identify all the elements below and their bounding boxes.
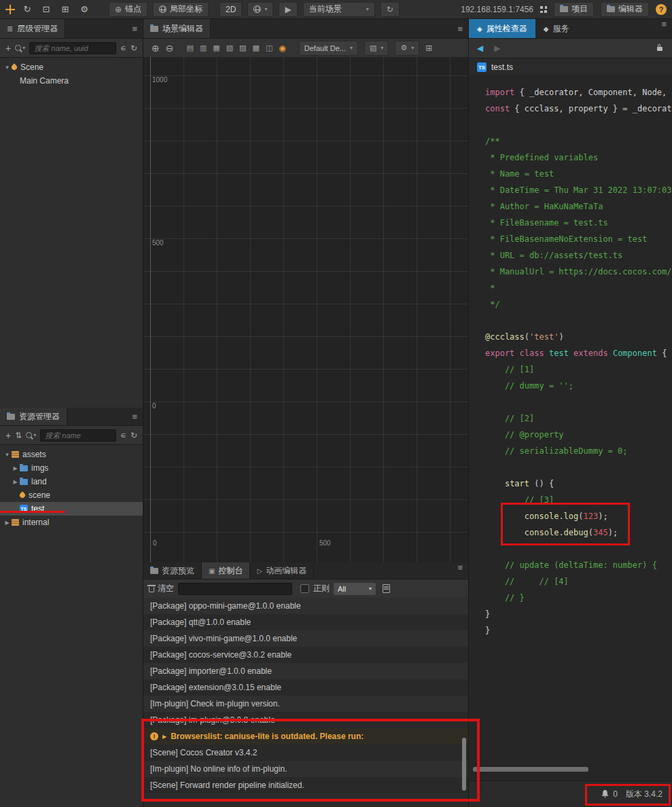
tab-inspector[interactable]: ◈ 属性检查器 <box>469 19 535 38</box>
expander-icon[interactable]: ▶ <box>11 479 20 485</box>
qr-code-icon[interactable] <box>540 6 547 13</box>
expander-icon[interactable]: ▶ <box>162 734 166 740</box>
expander-icon[interactable]: ▼ <box>3 65 12 71</box>
tree-item-internal[interactable]: ▶internal <box>0 516 143 529</box>
panel-menu-icon[interactable]: ≡ <box>457 24 463 34</box>
tree-item-assets[interactable]: ▼assets <box>0 448 143 461</box>
align-left-icon[interactable]: ▤ <box>186 43 193 52</box>
panel-menu-icon[interactable]: ≡ <box>661 19 667 29</box>
play-button[interactable]: ▶ <box>279 2 297 17</box>
refresh-icon[interactable]: ↻ <box>20 4 34 14</box>
panel-menu-icon[interactable]: ≡ <box>132 412 137 422</box>
log-level-select[interactable]: All ▾ <box>334 583 376 595</box>
console-log-row[interactable]: [Package] oppo-mini-game@1.0.0 enable <box>143 598 468 614</box>
fullscreen-icon[interactable]: ⊡ <box>39 4 53 14</box>
panel-menu-icon[interactable]: ≡ <box>457 562 463 573</box>
console-log-row[interactable]: [Package] extension@3.0.15 enable <box>143 679 468 696</box>
code-line: * URL = db://assets/test.ts <box>485 247 672 264</box>
anchor-button[interactable]: ⊕ 锚点 <box>109 2 147 17</box>
scene-canvas[interactable]: 1000 500 0 0 500 <box>143 57 468 562</box>
align-top-icon[interactable]: ▧ <box>226 43 233 52</box>
platform-dropdown[interactable]: ▾ <box>247 2 273 17</box>
tab-hierarchy[interactable]: ≣ 层级管理器 <box>0 19 65 38</box>
console-log-row[interactable]: [Package] qtt@1.0.0 enable <box>143 614 468 630</box>
editor-button[interactable]: 编辑器 <box>601 2 649 17</box>
export-log-icon[interactable] <box>383 584 390 593</box>
settings-gear-icon[interactable]: ⚙ <box>77 4 91 14</box>
console-filter-input[interactable] <box>178 583 292 595</box>
console-log-row[interactable]: [Im-plugin] No online info of im-plugin. <box>143 761 468 777</box>
forward-button[interactable]: ▶ <box>494 43 500 53</box>
align-right-icon[interactable]: ▦ <box>213 43 219 52</box>
sort-icon[interactable]: ⇅ <box>15 431 22 440</box>
reload-preview-button[interactable]: ↻ <box>381 2 400 17</box>
collapse-all-icon[interactable]: ∊ <box>120 43 126 53</box>
zoom-out-icon[interactable]: ⊖ <box>166 43 174 54</box>
layout-grid-icon[interactable]: ⊞ <box>425 43 432 53</box>
align-vcenter-icon[interactable]: ▨ <box>239 43 246 52</box>
project-button[interactable]: 项目 <box>554 2 594 17</box>
window-layout-icon[interactable]: ⊞ <box>58 4 72 14</box>
collapse-all-icon[interactable]: ∊ <box>120 431 126 440</box>
console-log-row[interactable]: [Scene] Forward render pipeline initiali… <box>143 777 468 793</box>
clear-console-button[interactable]: 清空 <box>149 583 174 594</box>
local-coords-button[interactable]: 局部坐标 <box>153 2 209 17</box>
add-node-button[interactable]: + <box>5 43 11 53</box>
tab-services[interactable]: ◆ 服务 <box>535 19 578 38</box>
console-log-row[interactable]: [Scene] Cocos Creator v3.4.2 <box>143 745 468 761</box>
tree-item-land[interactable]: ▶land <box>0 475 143 488</box>
expander-icon[interactable]: ▼ <box>3 452 12 458</box>
tree-item-imgs[interactable]: ▶imgs <box>0 461 143 475</box>
console-log-row[interactable]: [Package] cocos-service@3.0.2 enable <box>143 647 468 663</box>
hierarchy-search-input[interactable] <box>29 42 116 54</box>
scene-settings-dropdown[interactable]: ⚙ ▾ <box>395 41 419 56</box>
console-log-row[interactable]: [Im-plugin] Check im-plugin version. <box>143 696 468 712</box>
mode-2d-button[interactable]: 2D <box>219 2 242 17</box>
tab-animation-editor[interactable]: ▷ 动画编辑器 <box>250 562 314 579</box>
code-scrollbar[interactable] <box>473 767 588 772</box>
log-text: [Package] vivo-mini-game@1.0.0 enable <box>150 634 297 643</box>
refresh-icon[interactable]: ↻ <box>130 431 137 440</box>
gizmo-toggle-icon[interactable]: ◉ <box>279 43 285 53</box>
tree-item-Scene[interactable]: ▼Scene <box>0 60 143 74</box>
expander-icon[interactable]: ▶ <box>3 520 12 526</box>
code-line: // @property <box>485 427 672 443</box>
console-log-row[interactable]: [Package] vivo-mini-game@1.0.0 enable <box>143 630 468 647</box>
tree-item-test[interactable]: TStest <box>0 502 143 516</box>
tab-asset-preview[interactable]: 资源预览 <box>143 562 202 579</box>
tab-console[interactable]: ▣ 控制台 <box>202 562 250 579</box>
help-button[interactable]: ? <box>656 4 667 15</box>
gizmo-preset-dropdown[interactable]: Default De... ▾ <box>299 41 358 56</box>
code-area[interactable]: import { _decorator, Component, Node, co… <box>469 75 672 781</box>
regex-checkbox[interactable] <box>300 584 309 593</box>
console-log-row[interactable]: !▶Browserslist: caniuse-lite is outdated… <box>143 728 468 745</box>
align-bottom-icon[interactable]: ▩ <box>253 43 260 52</box>
move-tool-icon[interactable] <box>5 5 15 14</box>
add-asset-button[interactable]: + <box>5 431 11 440</box>
zoom-in-icon[interactable]: ⊕ <box>152 43 160 54</box>
console-scrollbar[interactable] <box>462 738 466 791</box>
refresh-icon[interactable]: ↻ <box>130 43 137 53</box>
expander-icon[interactable]: ▶ <box>11 465 20 471</box>
search-type-button[interactable]: ▾ <box>26 432 36 438</box>
align-hcenter-icon[interactable]: ▥ <box>200 43 207 52</box>
notification-bell-icon[interactable] <box>601 790 609 798</box>
search-type-button[interactable]: ▾ <box>15 45 25 51</box>
distribute-icon[interactable]: ◫ <box>266 43 272 52</box>
console-log-row[interactable]: [Package] im-plugin@3.0.8 enable <box>143 712 468 728</box>
lock-icon[interactable] <box>657 47 662 51</box>
tree-item-scene[interactable]: scene <box>0 488 143 502</box>
view-mode-dropdown[interactable]: ▧ ▾ <box>364 41 389 56</box>
back-button[interactable]: ◀ <box>477 43 483 53</box>
code-line: } <box>485 606 672 622</box>
panel-menu-icon[interactable]: ≡ <box>132 24 137 34</box>
console-log-row[interactable]: [Package] importer@1.0.0 enable <box>143 663 468 679</box>
console-logs: [Package] oppo-mini-game@1.0.0 enable[Pa… <box>143 598 468 807</box>
tab-scene-editor[interactable]: 场景编辑器 <box>143 19 211 38</box>
assets-search-input[interactable] <box>40 429 116 442</box>
chevron-down-icon: ▾ <box>411 45 414 51</box>
tree-item-Main Camera[interactable]: Main Camera <box>0 74 143 88</box>
preview-address[interactable]: 192.168.159.1:7456 <box>461 5 533 14</box>
tab-assets[interactable]: 资源管理器 <box>0 408 67 425</box>
scene-select-dropdown[interactable]: 当前场景 ▾ <box>303 2 375 17</box>
